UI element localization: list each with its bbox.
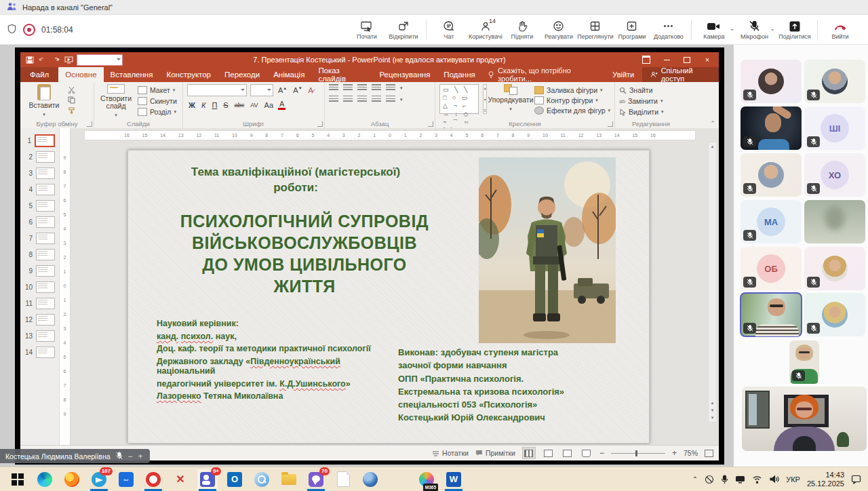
- new-slide-button[interactable]: Створити слайд▾: [98, 84, 134, 119]
- slide[interactable]: Тема кваліфікаційної (магістерської)робо…: [127, 150, 650, 444]
- tab-Вставлення[interactable]: Вставлення: [104, 67, 160, 82]
- participant-tile-7[interactable]: МА: [741, 200, 802, 243]
- notes-button[interactable]: Нотатки: [432, 449, 469, 457]
- ribbon-display-options-icon[interactable]: [636, 52, 656, 67]
- layout-button[interactable]: Макет▾: [138, 86, 177, 94]
- slide-thumbnail-10[interactable]: 10: [20, 279, 59, 295]
- dialog-launcher-icon[interactable]: [608, 121, 613, 127]
- participant-tile-5[interactable]: [741, 153, 802, 197]
- slide-thumbnail-panel[interactable]: 1234567891011121314: [20, 128, 60, 446]
- participant-tile-3[interactable]: [741, 106, 802, 150]
- shape-outline-button[interactable]: Контур фігури▾: [534, 96, 610, 104]
- comments-button[interactable]: Примітки: [475, 449, 515, 457]
- taskbar-copilot-icon[interactable]: M365: [416, 469, 437, 490]
- font-style-button-0[interactable]: Ж: [187, 101, 197, 109]
- shapes-gallery[interactable]: ▭ ╲ ╲ □ ○ ▭△ ¬ ⌐ → ↓ ◇~ ⌒ ∽ { } ☆: [439, 84, 479, 114]
- slide-thumbnail-12[interactable]: 12: [20, 311, 59, 328]
- collapse-ribbon-icon[interactable]: ⌃: [710, 120, 715, 127]
- taskbar-viber-icon[interactable]: 70: [306, 469, 326, 490]
- language-indicator[interactable]: УКР: [786, 475, 800, 484]
- taskbar-explorer-icon[interactable]: [279, 469, 299, 490]
- focus-assist-icon[interactable]: [705, 475, 714, 484]
- participant-tile-4[interactable]: ШІ: [804, 106, 865, 150]
- meeting-action-chat[interactable]: Чат: [431, 16, 467, 44]
- taskbar-search-icon[interactable]: [252, 469, 272, 490]
- font-style-button-3[interactable]: S: [222, 101, 229, 109]
- meeting-action-more[interactable]: Додатково: [650, 16, 687, 44]
- tell-me-box[interactable]: Скажіть, що потрібно зробити...: [482, 67, 604, 82]
- taskbar-firefox-icon[interactable]: [62, 469, 82, 490]
- slide-thumbnail-3[interactable]: 3: [20, 165, 59, 181]
- font-name-combobox[interactable]: [187, 84, 247, 96]
- slide-thumbnail-14[interactable]: 14: [20, 344, 59, 360]
- undo-icon[interactable]: [39, 56, 47, 64]
- slide-thumbnail-11[interactable]: 11: [20, 295, 59, 311]
- taskbar-teams-icon[interactable]: 9+: [197, 469, 218, 490]
- share-button[interactable]: Спільний доступ: [642, 67, 719, 82]
- justify-icon[interactable]: [372, 96, 381, 103]
- font-style-button-1[interactable]: К: [200, 101, 207, 109]
- meeting-action-mic[interactable]: Мікрофон: [736, 16, 772, 44]
- zoom-slider[interactable]: [611, 453, 665, 454]
- meeting-action-raise-hand[interactable]: Підняти: [504, 16, 540, 44]
- meeting-action-start-share[interactable]: Почати: [349, 16, 385, 44]
- tray-overflow-icon[interactable]: ⌃: [692, 475, 698, 483]
- taskbar-word-icon[interactable]: W: [443, 469, 464, 490]
- slide-thumbnail-2[interactable]: 2: [20, 149, 59, 165]
- scroll-down-icon[interactable]: ▾: [711, 415, 714, 420]
- align-center-icon[interactable]: [343, 96, 353, 103]
- taskbar-outlook-icon[interactable]: O: [224, 469, 245, 490]
- dialog-launcher-icon[interactable]: [317, 121, 323, 127]
- bullets-icon[interactable]: [329, 84, 338, 92]
- tray-mic-icon[interactable]: [721, 475, 728, 484]
- participant-tile-6[interactable]: ХО: [804, 153, 865, 197]
- tray-display-icon[interactable]: [735, 475, 745, 484]
- meeting-action-people[interactable]: 14Користувачі: [467, 16, 504, 44]
- slide-thumbnail-6[interactable]: 6: [20, 214, 59, 230]
- network-icon[interactable]: [752, 475, 762, 484]
- slide-thumbnail-7[interactable]: 7: [20, 230, 59, 246]
- start-slideshow-icon[interactable]: [64, 56, 73, 64]
- font-style-button-5[interactable]: AV: [249, 102, 259, 109]
- taskbar-notepad-icon[interactable]: [333, 469, 353, 490]
- normal-view-button[interactable]: [522, 447, 536, 459]
- scroll-up-icon[interactable]: ▴: [711, 144, 714, 149]
- taskbar-edge-icon[interactable]: [35, 469, 55, 490]
- slideshow-view-button[interactable]: [580, 448, 593, 458]
- replace-button[interactable]: abЗамінити▾: [619, 97, 664, 105]
- increase-indent-icon[interactable]: [372, 84, 381, 92]
- taskbar-blue-globe-icon[interactable]: [360, 469, 380, 490]
- meeting-action-camera[interactable]: Камера: [696, 16, 732, 44]
- participant-tile-12[interactable]: [804, 293, 865, 336]
- dialog-launcher-icon[interactable]: [428, 121, 433, 127]
- shape-effects-button[interactable]: Ефекти для фігур▾: [534, 106, 610, 115]
- clear-format-icon[interactable]: А̷: [307, 86, 315, 94]
- fit-to-window-icon[interactable]: [705, 450, 713, 457]
- meeting-action-apps[interactable]: Програми: [614, 16, 650, 44]
- cut-button[interactable]: [68, 86, 75, 94]
- powerpoint-titlebar[interactable]: 7. Презентація Костецький - PowerPoint (…: [20, 52, 719, 67]
- zoom-out-overlay-icon[interactable]: −: [128, 452, 133, 461]
- numbering-icon[interactable]: [343, 84, 353, 92]
- taskbar-teamviewer-icon[interactable]: ⇔: [116, 469, 136, 490]
- previous-slide-icon[interactable]: ▴: [711, 400, 714, 406]
- zoom-in-icon[interactable]: +: [672, 448, 677, 458]
- meeting-action-react[interactable]: Реагувати: [540, 16, 577, 44]
- zoom-slider-thumb[interactable]: [635, 450, 637, 456]
- zoom-out-icon[interactable]: −: [599, 448, 604, 458]
- shape-fill-button[interactable]: Заливка фігури▾: [534, 86, 610, 94]
- font-style-button-2[interactable]: П: [210, 101, 218, 109]
- participant-tile-14[interactable]: [742, 387, 867, 451]
- tab-Анімація[interactable]: Анімація: [267, 67, 311, 82]
- font-size-combobox[interactable]: [250, 84, 273, 96]
- tab-Подання[interactable]: Подання: [437, 67, 481, 82]
- arrange-button[interactable]: Упорядкувати▾: [491, 84, 530, 119]
- quick-access-toolbar[interactable]: [26, 56, 73, 64]
- participant-tile-9[interactable]: ОБ: [741, 247, 802, 290]
- dialog-launcher-icon[interactable]: [87, 121, 92, 127]
- quick-access-combobox[interactable]: [77, 54, 123, 66]
- participant-tile-8[interactable]: [804, 200, 865, 243]
- slide-thumbnail-8[interactable]: 8: [20, 246, 59, 262]
- participant-tile-11[interactable]: [741, 293, 802, 336]
- redo-icon[interactable]: [52, 56, 60, 64]
